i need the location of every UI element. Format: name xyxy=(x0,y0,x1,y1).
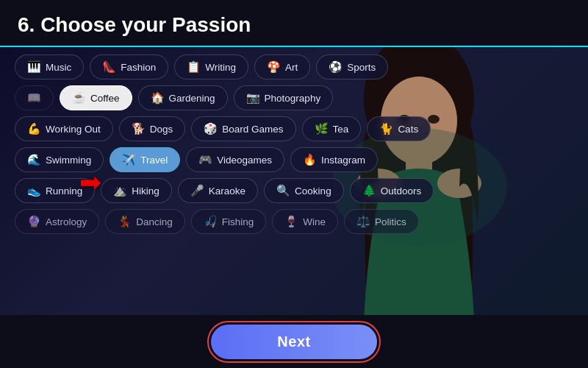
music-label: Music xyxy=(46,62,71,73)
writing-label: Writing xyxy=(205,62,236,73)
page-title: 6. Choose your Passion xyxy=(18,13,570,37)
dogs-label: Dogs xyxy=(150,124,173,135)
chip-tea[interactable]: 🌿 Tea xyxy=(302,116,362,141)
photography-icon: 📷 xyxy=(246,91,260,105)
fashion-label: Fashion xyxy=(121,62,156,73)
next-button[interactable]: Next xyxy=(211,325,376,359)
dancing-icon: 💃 xyxy=(118,215,132,228)
chip-politics[interactable]: ⚖️ Politics xyxy=(344,209,419,234)
working-out-icon: 💪 xyxy=(27,122,41,135)
travel-icon: ✈️ xyxy=(122,153,136,166)
cats-icon: 🐈 xyxy=(379,122,393,135)
board-games-label: Board Games xyxy=(222,124,283,135)
chip-fishing[interactable]: 🎣 Fishing xyxy=(191,209,267,234)
chip-working-out[interactable]: 💪 Working Out xyxy=(15,116,113,141)
chip-cats[interactable]: 🐈 Cats xyxy=(367,116,431,141)
videogames-icon: 🎮 xyxy=(198,153,212,166)
reading-icon: 📖 xyxy=(27,91,41,105)
chip-instagram[interactable]: 🔥 Instagram xyxy=(290,147,378,172)
chip-astrology[interactable]: 🔮 Astrology xyxy=(15,209,99,234)
chip-dogs[interactable]: 🐕 Dogs xyxy=(119,116,186,141)
chips-row-6: 🔮 Astrology 💃 Dancing 🎣 Fishing 🍷 Wine ⚖… xyxy=(15,209,573,234)
videogames-label: Videogames xyxy=(217,155,272,166)
art-icon: 🍄 xyxy=(267,60,281,74)
chip-board-games[interactable]: 🎲 Board Games xyxy=(191,116,295,141)
chip-reading[interactable]: 📖 xyxy=(15,85,54,110)
chips-row-2: 📖 ☕ Coffee 🏠 Gardening 📷 Photography xyxy=(15,85,573,110)
astrology-label: Astrology xyxy=(46,216,87,227)
dancing-label: Dancing xyxy=(136,216,173,227)
running-icon: 👟 xyxy=(27,184,41,197)
politics-icon: ⚖️ xyxy=(356,215,370,228)
fishing-icon: 🎣 xyxy=(204,215,218,228)
karaoke-label: Karaoke xyxy=(209,185,245,197)
tea-icon: 🌿 xyxy=(315,122,329,135)
fashion-icon: 👠 xyxy=(102,60,116,74)
header: 6. Choose your Passion xyxy=(0,0,588,47)
chips-container: 🎹 Music 👠 Fashion 📋 Writing 🍄 Art ⚽ Spor… xyxy=(0,47,588,356)
next-area: Next xyxy=(0,315,588,368)
instagram-label: Instagram xyxy=(321,155,365,166)
swimming-label: Swimming xyxy=(46,155,91,166)
karaoke-icon: 🎤 xyxy=(190,184,204,197)
sports-icon: ⚽ xyxy=(329,60,343,74)
outdoors-label: Outdoors xyxy=(381,185,422,197)
coffee-label: Coffee xyxy=(90,93,120,104)
outdoors-icon: 🌲 xyxy=(362,184,376,197)
main-area: ➡ 🎹 Music 👠 Fashion 📋 Writing 🍄 Art ⚽ xyxy=(0,47,588,356)
chip-writing[interactable]: 📋 Writing xyxy=(174,54,248,79)
gardening-label: Gardening xyxy=(169,93,215,104)
coffee-icon: ☕ xyxy=(72,91,86,105)
tea-label: Tea xyxy=(333,124,349,135)
cooking-label: Cooking xyxy=(295,185,331,197)
chip-art[interactable]: 🍄 Art xyxy=(254,54,310,79)
hiking-icon: ⛰️ xyxy=(113,184,127,197)
board-games-icon: 🎲 xyxy=(204,122,218,135)
chip-sports[interactable]: ⚽ Sports xyxy=(316,54,388,79)
chip-coffee[interactable]: ☕ Coffee xyxy=(60,85,132,110)
chip-fashion[interactable]: 👠 Fashion xyxy=(90,54,168,79)
swimming-icon: 🌊 xyxy=(27,153,41,166)
dogs-icon: 🐕 xyxy=(132,122,146,135)
photography-label: Photography xyxy=(265,93,321,104)
politics-label: Politics xyxy=(375,216,406,227)
music-icon: 🎹 xyxy=(27,60,41,74)
chip-gardening[interactable]: 🏠 Gardening xyxy=(138,85,228,110)
working-out-label: Working Out xyxy=(46,124,101,135)
instagram-icon: 🔥 xyxy=(303,153,317,166)
chip-outdoors[interactable]: 🌲 Outdoors xyxy=(350,178,434,203)
writing-icon: 📋 xyxy=(187,60,201,74)
chip-travel[interactable]: ✈️ Travel xyxy=(110,147,180,172)
cooking-icon: 🔍 xyxy=(276,184,290,197)
chip-dancing[interactable]: 💃 Dancing xyxy=(105,209,185,234)
chip-photography[interactable]: 📷 Photography xyxy=(234,85,334,110)
chip-hiking[interactable]: ⛰️ Hiking xyxy=(101,178,172,203)
running-label: Running xyxy=(46,185,82,197)
next-btn-wrapper: Next xyxy=(207,321,380,363)
fishing-label: Fishing xyxy=(222,216,254,227)
cats-label: Cats xyxy=(398,124,418,135)
gardening-icon: 🏠 xyxy=(151,91,165,105)
sports-label: Sports xyxy=(347,62,376,73)
chip-music[interactable]: 🎹 Music xyxy=(15,54,84,79)
art-label: Art xyxy=(285,62,298,73)
travel-label: Travel xyxy=(140,155,168,166)
chip-wine[interactable]: 🍷 Wine xyxy=(272,209,338,234)
astrology-icon: 🔮 xyxy=(27,215,41,228)
wine-icon: 🍷 xyxy=(284,215,298,228)
chips-row-1: 🎹 Music 👠 Fashion 📋 Writing 🍄 Art ⚽ Spor… xyxy=(15,54,573,79)
chip-videogames[interactable]: 🎮 Videogames xyxy=(186,147,284,172)
chip-karaoke[interactable]: 🎤 Karaoke xyxy=(178,178,258,203)
red-arrow: ➡ xyxy=(79,167,101,198)
hiking-label: Hiking xyxy=(132,185,159,197)
chips-row-3: 💪 Working Out 🐕 Dogs 🎲 Board Games 🌿 Tea… xyxy=(15,116,573,141)
chip-cooking[interactable]: 🔍 Cooking xyxy=(264,178,344,203)
wine-label: Wine xyxy=(303,216,326,227)
